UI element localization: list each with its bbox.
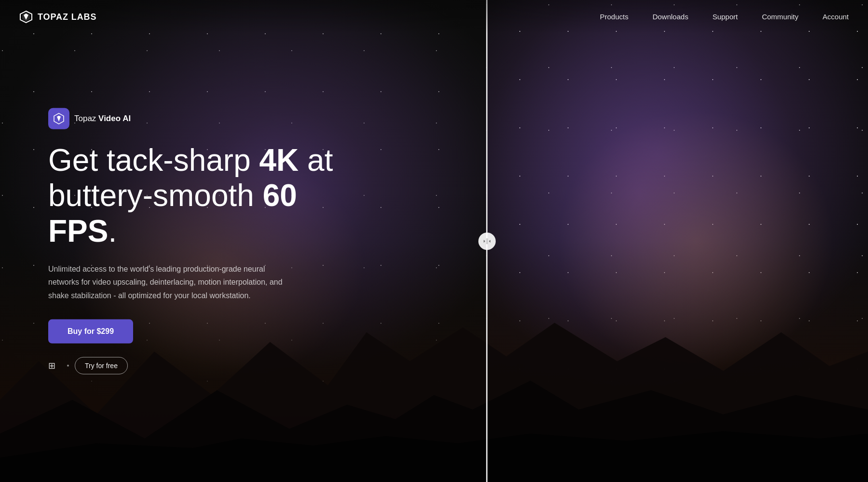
buy-button[interactable]: Buy for $299 (48, 319, 133, 344)
brand-name: TOPAZ LABS (38, 12, 96, 22)
title-period: . (108, 214, 117, 248)
title-line1: Get tack-sharp 4K at (48, 142, 333, 177)
nav-link-downloads[interactable]: Downloads (652, 13, 688, 21)
nav-link-community[interactable]: Community (762, 13, 799, 21)
nav-menu: Products Downloads Support Community Acc… (600, 13, 849, 21)
product-name-bold: Video AI (98, 113, 131, 123)
windows-icon: ⊞ (48, 360, 55, 371)
title-at: at (298, 142, 333, 177)
comparison-divider[interactable] (486, 0, 488, 482)
nav-item-community[interactable]: Community (762, 13, 799, 21)
title-normal-2: buttery-smooth (48, 178, 263, 213)
navigation: TOPAZ LABS Products Downloads Support Co… (0, 0, 868, 34)
title-bold-4k: 4K (259, 142, 299, 177)
nav-item-account[interactable]: Account (823, 13, 849, 21)
separator-dot (67, 365, 69, 367)
logo[interactable]: TOPAZ LABS (19, 10, 96, 24)
video-ai-icon (48, 108, 69, 129)
hero-description: Unlimited access to the world's leading … (48, 262, 294, 302)
hero-section: Topaz Video AI Get tack-sharp 4K at butt… (48, 108, 357, 374)
try-free-button[interactable]: Try for free (75, 357, 128, 374)
product-name-prefix: Topaz (74, 113, 98, 123)
product-name: Topaz Video AI (74, 113, 131, 123)
nav-item-products[interactable]: Products (600, 13, 628, 21)
cta-area: Buy for $299 (48, 319, 357, 357)
divider-handle[interactable] (478, 233, 496, 250)
topaz-logo-icon (19, 10, 33, 24)
nav-item-downloads[interactable]: Downloads (652, 13, 688, 21)
platform-row: ⊞ Try for free (48, 357, 357, 374)
title-normal-1: Get tack-sharp (48, 142, 259, 177)
product-badge: Topaz Video AI (48, 108, 357, 129)
title-line2: buttery-smooth 60 FPS. (48, 178, 297, 248)
hero-title: Get tack-sharp 4K at buttery-smooth 60 F… (48, 142, 357, 249)
nav-link-support[interactable]: Support (712, 13, 738, 21)
nav-link-account[interactable]: Account (823, 13, 849, 21)
nav-link-products[interactable]: Products (600, 13, 628, 21)
nav-item-support[interactable]: Support (712, 13, 738, 21)
